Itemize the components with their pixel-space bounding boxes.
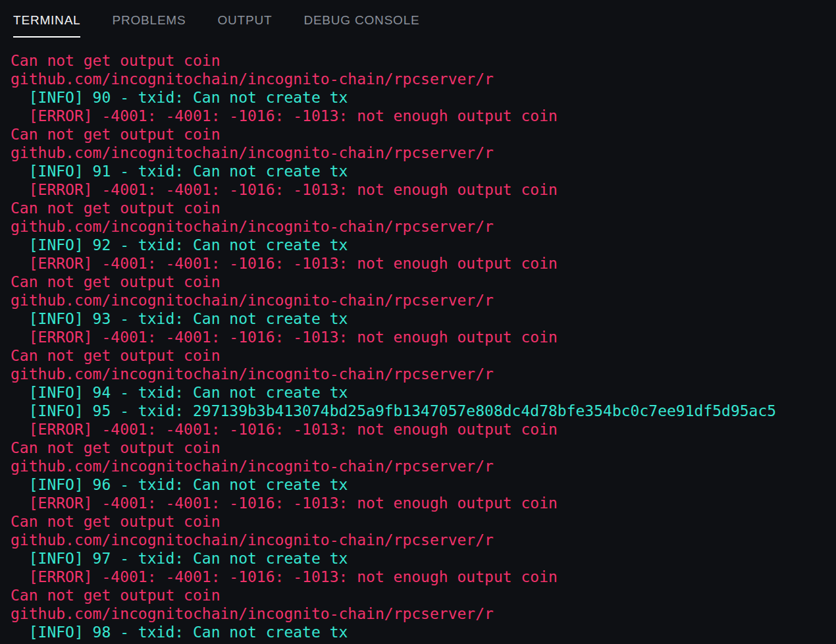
terminal-line: Can not get output coin — [11, 125, 836, 144]
terminal-line: Can not get output coin — [11, 199, 836, 217]
terminal-line: Can not get output coin — [11, 346, 836, 365]
terminal-output[interactable]: Can not get output coingithub.com/incogn… — [0, 41, 836, 641]
terminal-line: [ERROR] -4001: -4001: -1016: -1013: not … — [11, 107, 836, 125]
terminal-line: [INFO] 95 - txid: 297139b3b413074bd25a9f… — [11, 402, 836, 420]
terminal-line: [INFO] 97 - txid: Can not create tx — [11, 549, 836, 568]
terminal-line: github.com/incognitochain/incognito-chai… — [11, 365, 836, 383]
terminal-line: Can not get output coin — [11, 51, 836, 70]
terminal-line: github.com/incognitochain/incognito-chai… — [11, 604, 836, 623]
terminal-line: [ERROR] -4001: -4001: -1016: -1013: not … — [11, 568, 836, 586]
terminal-line: github.com/incognitochain/incognito-chai… — [11, 531, 836, 549]
terminal-line: github.com/incognitochain/incognito-chai… — [11, 144, 836, 162]
terminal-line: github.com/incognitochain/incognito-chai… — [11, 457, 836, 475]
terminal-line: [ERROR] -4001: -4001: -1016: -1013: not … — [11, 254, 836, 273]
tab-debug-console[interactable]: DEBUG CONSOLE — [303, 13, 419, 38]
terminal-line: Can not get output coin — [11, 273, 836, 291]
panel-tabbar: TERMINAL PROBLEMS OUTPUT DEBUG CONSOLE — [0, 0, 836, 41]
tab-problems[interactable]: PROBLEMS — [112, 13, 186, 38]
tab-output[interactable]: OUTPUT — [217, 13, 272, 38]
terminal-line: Can not get output coin — [11, 586, 836, 604]
terminal-line: [ERROR] -4001: -4001: -1016: -1013: not … — [11, 420, 836, 439]
terminal-line: [ERROR] -4001: -4001: -1016: -1013: not … — [11, 494, 836, 512]
terminal-line: [INFO] 94 - txid: Can not create tx — [11, 383, 836, 402]
terminal-line: [INFO] 93 - txid: Can not create tx — [11, 309, 836, 328]
tab-terminal[interactable]: TERMINAL — [13, 13, 80, 38]
terminal-line: Can not get output coin — [11, 512, 836, 531]
terminal-line: [INFO] 98 - txid: Can not create tx — [11, 623, 836, 641]
terminal-line: github.com/incognitochain/incognito-chai… — [11, 291, 836, 309]
terminal-line: [ERROR] -4001: -4001: -1016: -1013: not … — [11, 328, 836, 346]
terminal-line: [INFO] 91 - txid: Can not create tx — [11, 162, 836, 180]
terminal-line: github.com/incognitochain/incognito-chai… — [11, 217, 836, 236]
terminal-line: [ERROR] -4001: -4001: -1016: -1013: not … — [11, 180, 836, 199]
terminal-line: Can not get output coin — [11, 439, 836, 457]
terminal-line: github.com/incognitochain/incognito-chai… — [11, 70, 836, 88]
terminal-line: [INFO] 96 - txid: Can not create tx — [11, 475, 836, 494]
terminal-line: [INFO] 90 - txid: Can not create tx — [11, 88, 836, 107]
terminal-panel: TERMINAL PROBLEMS OUTPUT DEBUG CONSOLE C… — [0, 0, 836, 644]
terminal-line: [INFO] 92 - txid: Can not create tx — [11, 236, 836, 254]
